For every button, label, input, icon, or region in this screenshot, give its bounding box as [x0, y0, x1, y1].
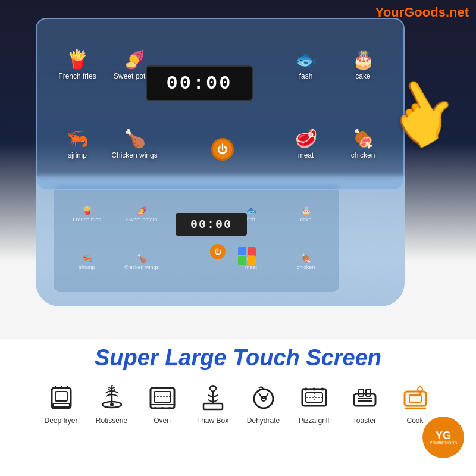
deep-fryer-icon: [45, 381, 77, 414]
ref-chicken-wings-icon: 🍗: [137, 253, 147, 263]
panel-item-fash[interactable]: 🐟 fash: [277, 25, 334, 104]
feature-oven: Oven: [140, 381, 184, 425]
shrimp-label: sjrimp: [68, 151, 87, 159]
reflection-icon-grid: [238, 247, 256, 265]
chicken-icon: 🍖: [352, 128, 374, 149]
ref-shrimp: 🦐 shrimp: [60, 238, 114, 286]
ref-meat-label: meat: [245, 264, 257, 270]
toaster-label: Toaster: [353, 416, 376, 425]
feature-deep-fryer: Deep fryer: [39, 381, 83, 425]
ref-cake: 🎂 cake: [278, 190, 333, 238]
cake-label: cake: [355, 72, 370, 80]
reflection-panel: 🍟 French fries 🍠 Sweet potato 🐟 fish 🎂 c…: [54, 184, 339, 292]
ref-chicken-label: chicken: [297, 264, 315, 270]
cake-icon: 🎂: [352, 49, 374, 70]
grid-sq-1: [238, 247, 246, 255]
meat-label: meat: [298, 151, 314, 159]
chicken-wings-label: Chicken wings: [111, 151, 157, 159]
svg-rect-20: [203, 403, 223, 409]
svg-point-8: [110, 403, 114, 406]
fash-icon: 🐟: [295, 49, 317, 70]
shrimp-icon: 🦐: [67, 128, 89, 149]
thaw-box-icon: [197, 381, 229, 414]
panel-item-shrimp[interactable]: 🦐 sjrimp: [49, 104, 106, 183]
panel-item-empty3: [163, 104, 220, 183]
brand-label: YourGoods.net: [375, 5, 469, 20]
ref-chicken-wings-label: Chicken wings: [124, 264, 159, 270]
svg-rect-32: [359, 389, 364, 396]
panel-item-french-fries[interactable]: 🍟 French fries: [49, 25, 106, 104]
power-button[interactable]: ⏻: [211, 138, 234, 161]
ref-chicken-icon: 🍖: [301, 253, 311, 263]
feature-dehydrate: Dehydrate: [241, 381, 286, 425]
svg-rect-5: [53, 403, 70, 407]
features-row: Deep fryer $ s s s Rotisserie: [0, 381, 476, 425]
power-icon: ⏻: [217, 143, 228, 156]
ref-chicken-wings: 🍗 Chicken wings: [114, 238, 169, 286]
svg-rect-36: [405, 392, 426, 406]
clock-display: 00:00: [146, 65, 253, 101]
reflection-clock-time: 00:00: [190, 218, 232, 231]
svg-point-28: [321, 388, 324, 391]
bottom-section: Super Large Touch Screen Deep fryer: [0, 339, 476, 476]
ref-french-fries: 🍟 French fries: [60, 190, 114, 238]
chicken-label: chicken: [351, 151, 375, 159]
feature-pizza-grill: Pizza grill: [292, 381, 336, 425]
svg-rect-14: [154, 392, 171, 402]
touch-panel: 🍟 French fries 🍠 Sweet potato 🐟 fash 🎂 c…: [36, 18, 405, 190]
reflection-power-button: ⏻: [210, 244, 226, 259]
french-fries-label: French fries: [58, 72, 96, 80]
feature-thaw-box: Thaw Box: [190, 381, 235, 425]
svg-point-18: [168, 407, 171, 409]
ref-chicken: 🍖 chicken: [278, 238, 333, 286]
thaw-box-label: Thaw Box: [197, 416, 228, 425]
chicken-wings-icon: 🍗: [124, 128, 146, 149]
svg-rect-1: [55, 392, 67, 401]
feature-toaster: Toaster: [342, 381, 387, 425]
yg-logo: YG YOURGOODS: [422, 416, 464, 458]
deep-fryer-label: Deep fryer: [44, 416, 77, 425]
svg-point-17: [161, 407, 164, 409]
rotisserie-label: Rotisserie: [96, 416, 127, 425]
meat-icon: 🥩: [295, 128, 317, 149]
grid-sq-3: [238, 256, 246, 265]
grid-sq-2: [248, 247, 256, 255]
fash-label: fash: [299, 72, 313, 80]
svg-rect-31: [354, 394, 375, 406]
ref-fish-label: fish: [247, 217, 255, 223]
feature-rotisserie: $ s s s Rotisserie: [89, 381, 134, 425]
french-fries-icon: 🍟: [67, 49, 89, 70]
ref-shrimp-icon: 🦐: [82, 253, 92, 263]
ref-fish-icon: 🐟: [246, 206, 256, 215]
grid-sq-4: [248, 256, 256, 265]
ref-cake-label: cake: [300, 217, 311, 223]
main-title: Super Large Touch Screen: [95, 345, 381, 371]
sweet-potato-icon: 🍠: [124, 49, 146, 70]
oven-label: Oven: [154, 416, 171, 425]
yg-logo-top: YG: [436, 430, 451, 441]
svg-text:s: s: [111, 383, 114, 390]
svg-point-16: [154, 407, 156, 409]
svg-point-26: [304, 388, 307, 391]
feature-cook: Cook: [393, 381, 437, 425]
ref-shrimp-label: shrimp: [79, 264, 95, 270]
reflection-power-icon: ⏻: [214, 248, 221, 256]
toaster-icon: [349, 381, 381, 414]
ref-french-fries-icon: 🍟: [82, 206, 92, 215]
ref-cake-icon: 🎂: [301, 206, 311, 215]
ref-sweet-potato-icon: 🍠: [137, 206, 147, 215]
cook-icon: [399, 381, 431, 414]
clock-time: 00:00: [166, 73, 232, 95]
panel-item-meat[interactable]: 🥩 meat: [277, 104, 334, 183]
cook-label: Cook: [406, 416, 423, 425]
rotisserie-icon: $ s s s: [96, 381, 128, 414]
pizza-grill-icon: [298, 381, 330, 414]
ref-sweet-potato: 🍠 Sweet potato: [114, 190, 169, 238]
ref-sweet-potato-label: Sweet potato: [126, 217, 158, 223]
pizza-grill-label: Pizza grill: [299, 416, 329, 425]
panel-item-chicken-wings[interactable]: 🍗 Chicken wings: [106, 104, 163, 183]
svg-point-27: [312, 388, 315, 391]
panel-item-cake[interactable]: 🎂 cake: [334, 25, 392, 104]
ref-french-fries-label: French fries: [73, 217, 101, 223]
dehydrate-icon: [248, 381, 280, 414]
